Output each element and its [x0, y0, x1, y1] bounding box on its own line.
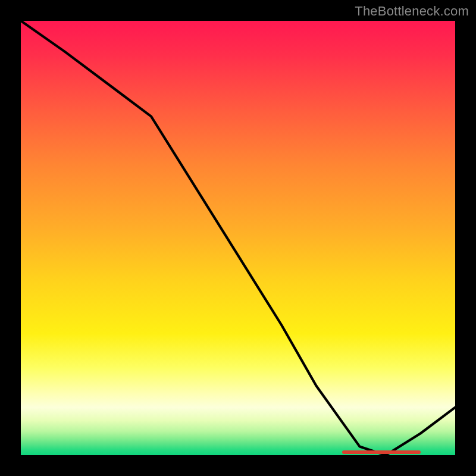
chart-frame: TheBottleneck.com [0, 0, 476, 476]
optimal-range-marker [342, 450, 420, 454]
plot-area [21, 21, 455, 455]
bottleneck-curve [21, 21, 455, 455]
watermark-text: TheBottleneck.com [355, 4, 469, 19]
